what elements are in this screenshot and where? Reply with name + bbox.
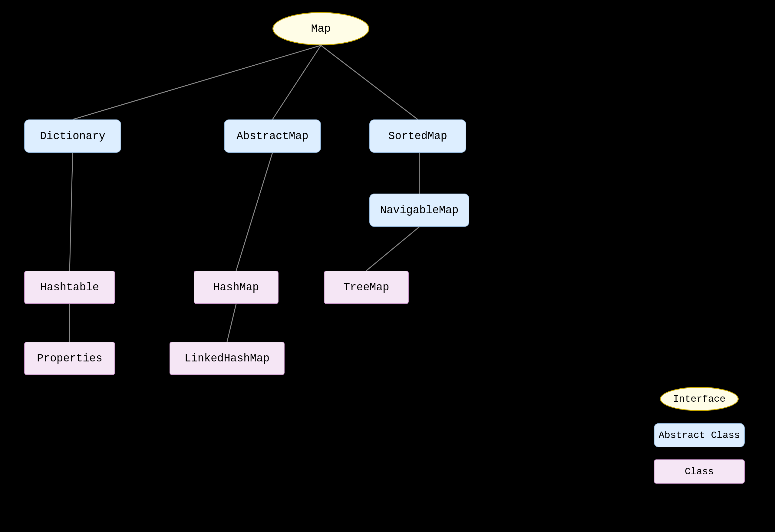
legend-interface-label: Interface xyxy=(673,393,726,405)
node-sortedmap: SortedMap xyxy=(369,119,466,153)
legend-abstract-class: Abstract Class xyxy=(654,423,745,447)
node-treemap: TreeMap xyxy=(324,271,409,304)
legend-abstract-box: Abstract Class xyxy=(654,423,745,447)
node-hashmap-label: HashMap xyxy=(213,281,259,294)
node-hashmap: HashMap xyxy=(194,271,279,304)
svg-line-6 xyxy=(366,227,419,271)
legend-class-box: Class xyxy=(654,459,745,484)
node-navigablemap-label: NavigableMap xyxy=(380,204,458,217)
legend-class-label: Class xyxy=(685,466,714,477)
node-dictionary: Dictionary xyxy=(24,119,121,153)
node-sortedmap-label: SortedMap xyxy=(388,130,447,142)
node-abstractmap-label: AbstractMap xyxy=(237,130,309,142)
node-navigablemap: NavigableMap xyxy=(369,194,469,227)
node-linkedhashmap: LinkedHashMap xyxy=(169,342,285,375)
legend-interface-box: Interface xyxy=(660,387,739,411)
legend-interface: Interface xyxy=(654,387,745,411)
node-properties-label: Properties xyxy=(37,352,102,365)
node-map: Map xyxy=(273,12,369,45)
svg-line-8 xyxy=(227,304,236,342)
node-hashtable-label: Hashtable xyxy=(40,281,99,294)
svg-line-1 xyxy=(273,45,321,119)
node-map-label: Map xyxy=(311,23,331,35)
legend-class: Class xyxy=(654,459,745,484)
node-abstractmap: AbstractMap xyxy=(224,119,321,153)
legend: Interface Abstract Class Class xyxy=(654,387,745,484)
diagram-container: Map Dictionary AbstractMap SortedMap Nav… xyxy=(0,0,775,532)
node-properties: Properties xyxy=(24,342,115,375)
legend-abstract-label: Abstract Class xyxy=(659,430,740,441)
svg-line-2 xyxy=(321,45,418,119)
node-linkedhashmap-label: LinkedHashMap xyxy=(185,352,270,365)
svg-line-0 xyxy=(73,45,321,119)
node-dictionary-label: Dictionary xyxy=(40,130,105,142)
svg-line-4 xyxy=(70,153,73,271)
node-hashtable: Hashtable xyxy=(24,271,115,304)
node-treemap-label: TreeMap xyxy=(343,281,389,294)
svg-line-5 xyxy=(236,153,273,271)
